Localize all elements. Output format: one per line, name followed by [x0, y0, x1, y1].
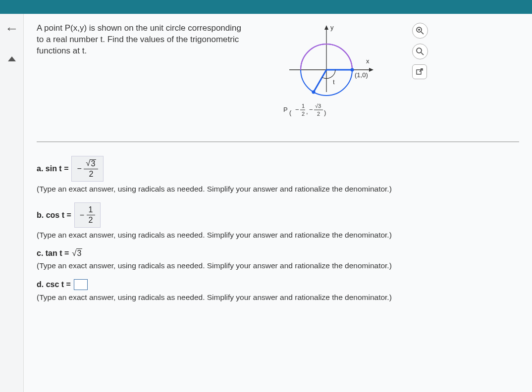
part-d-input[interactable]	[74, 279, 88, 290]
question-prompt: A point P(x,y) is shown on the unit circ…	[37, 23, 245, 57]
svg-point-6	[351, 68, 354, 72]
part-a-hint: (Type an exact answer, using radicals as…	[37, 185, 519, 194]
part-b: b. cos t = − 1 2 (Type an exact answer, …	[37, 202, 519, 240]
svg-rect-26	[417, 70, 421, 74]
figure-tools	[412, 23, 428, 79]
point-p-prefix: P	[283, 106, 288, 113]
svg-text:1: 1	[302, 103, 305, 109]
svg-marker-3	[369, 68, 373, 72]
x-axis-label: x	[366, 57, 370, 65]
svg-point-8	[312, 91, 316, 94]
angle-t-label: t	[333, 78, 335, 86]
svg-text:−: −	[309, 106, 313, 113]
left-nav: ←	[0, 14, 24, 392]
point-1-0-label: (1,0)	[355, 71, 368, 79]
svg-line-21	[421, 32, 424, 34]
part-a-answer: − 3 2	[71, 156, 104, 182]
part-c: c. tan t = 3 (Type an exact answer, usin…	[37, 248, 519, 270]
part-d: d. csc t = (Type an exact answer, using …	[37, 279, 519, 302]
section-divider	[37, 142, 519, 142]
main-content: A point P(x,y) is shown on the unit circ…	[24, 14, 532, 392]
y-axis-label: y	[330, 24, 334, 31]
part-a-label: a. sin t =	[37, 164, 68, 173]
svg-text:−: −	[295, 106, 299, 113]
app-topbar	[0, 0, 532, 14]
part-d-hint: (Type an exact answer, using radicals as…	[37, 293, 519, 302]
back-arrow-icon[interactable]: ←	[5, 21, 19, 37]
unit-circle-figure: y x (1,0) t P	[255, 23, 398, 127]
part-b-label: b. cos t =	[37, 211, 71, 220]
nav-up-icon[interactable]	[8, 56, 16, 61]
part-b-hint: (Type an exact answer, using radicals as…	[37, 231, 519, 240]
svg-marker-1	[324, 25, 328, 30]
part-b-answer: − 1 2	[74, 202, 101, 228]
part-c-answer: 3	[72, 248, 82, 258]
question-row: A point P(x,y) is shown on the unit circ…	[37, 23, 519, 127]
svg-line-25	[421, 52, 424, 55]
svg-text:√3: √3	[315, 103, 321, 109]
zoom-in-icon[interactable]	[412, 23, 428, 39]
svg-text:2: 2	[302, 111, 305, 117]
part-a: a. sin t = − 3 2 (Type an exact answer, …	[37, 156, 519, 194]
svg-line-7	[314, 70, 326, 92]
page: ← A point P(x,y) is shown on the unit ci…	[0, 14, 532, 392]
svg-text:,: ,	[306, 108, 308, 115]
svg-text:2: 2	[317, 111, 320, 117]
zoom-out-icon[interactable]	[412, 44, 428, 59]
part-d-label: d. csc t =	[37, 280, 71, 289]
popout-icon[interactable]	[412, 64, 427, 79]
svg-text:(: (	[289, 109, 292, 116]
part-c-label: c. tan t =	[37, 249, 69, 258]
svg-text:): )	[324, 109, 326, 116]
svg-point-24	[417, 48, 422, 53]
part-c-hint: (Type an exact answer, using radicals as…	[37, 261, 519, 270]
